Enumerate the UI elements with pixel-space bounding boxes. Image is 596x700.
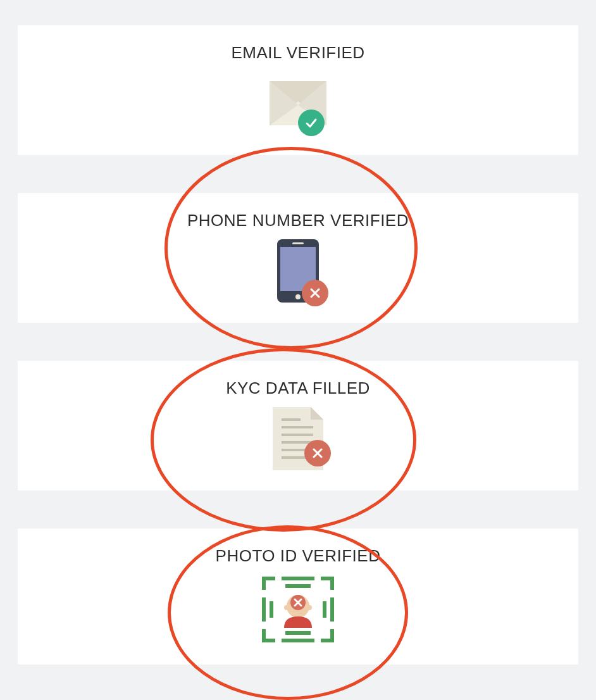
x-icon (308, 286, 322, 300)
status-badge-fail (302, 280, 328, 306)
card-title-email: EMAIL VERIFIED (231, 43, 364, 63)
status-badge-fail (304, 440, 331, 466)
verification-card-phone: PHONE NUMBER VERIFIED (18, 193, 578, 323)
status-badge-success (298, 109, 325, 136)
checkmark-icon (304, 115, 319, 130)
svg-rect-8 (292, 242, 304, 244)
svg-point-7 (295, 294, 301, 299)
svg-rect-12 (282, 426, 313, 428)
photo-id-icon (260, 575, 336, 644)
svg-rect-11 (282, 418, 301, 421)
card-title-kyc: KYC DATA FILLED (226, 378, 370, 398)
phone-icon (266, 239, 330, 303)
svg-rect-15 (282, 449, 306, 451)
verification-card-photo-id: PHOTO ID VERIFIED (18, 528, 578, 665)
svg-rect-13 (282, 434, 313, 436)
verification-card-kyc: KYC DATA FILLED (18, 361, 578, 491)
email-icon (266, 72, 330, 135)
document-icon (266, 407, 330, 470)
card-title-phone: PHONE NUMBER VERIFIED (187, 211, 409, 230)
card-title-photo-id: PHOTO ID VERIFIED (216, 546, 381, 566)
verification-card-email: EMAIL VERIFIED (18, 25, 578, 155)
x-icon (311, 446, 325, 460)
svg-point-26 (284, 605, 289, 610)
svg-point-27 (307, 605, 312, 610)
svg-marker-10 (311, 407, 323, 420)
